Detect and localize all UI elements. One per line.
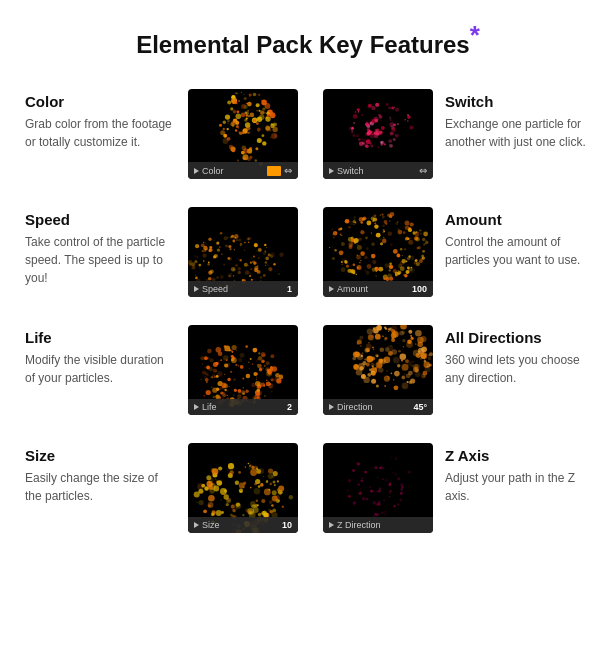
svg-point-1128 xyxy=(352,469,355,472)
svg-point-1066 xyxy=(382,478,384,480)
svg-point-706 xyxy=(257,389,261,393)
svg-point-60 xyxy=(255,147,258,150)
svg-point-117 xyxy=(267,114,270,117)
play-icon xyxy=(194,168,199,174)
svg-point-318 xyxy=(265,257,269,261)
svg-point-1087 xyxy=(400,483,403,486)
svg-point-570 xyxy=(240,365,244,369)
svg-point-841 xyxy=(374,328,377,331)
svg-point-738 xyxy=(234,391,235,392)
feature-desc-life: Modify the visible duration of your part… xyxy=(25,351,176,387)
svg-point-1032 xyxy=(206,475,211,480)
thumbnail-footer-life: Life2 xyxy=(188,399,298,415)
feature-size: SizeEasily change the size of the partic… xyxy=(20,443,308,561)
svg-point-196 xyxy=(368,104,372,108)
svg-point-756 xyxy=(398,350,401,353)
svg-point-1137 xyxy=(379,488,381,490)
svg-point-925 xyxy=(269,500,273,504)
svg-point-400 xyxy=(382,225,384,227)
svg-point-947 xyxy=(216,481,219,484)
svg-point-302 xyxy=(238,259,239,260)
svg-point-50 xyxy=(237,110,240,113)
svg-point-971 xyxy=(254,488,261,495)
svg-point-785 xyxy=(404,374,405,375)
svg-point-904 xyxy=(386,345,393,352)
svg-point-384 xyxy=(389,220,391,222)
svg-point-1080 xyxy=(401,489,403,491)
svg-point-58 xyxy=(262,141,266,145)
svg-point-689 xyxy=(256,360,258,362)
svg-point-544 xyxy=(341,242,345,246)
feature-desc-size: Easily change the size of the particles. xyxy=(25,469,176,505)
svg-point-500 xyxy=(401,259,405,263)
svg-point-861 xyxy=(373,349,375,351)
thumb-label-text-z-axis: Z Direction xyxy=(337,520,381,530)
svg-point-572 xyxy=(234,389,237,392)
svg-point-560 xyxy=(353,218,355,220)
svg-point-715 xyxy=(202,364,203,365)
svg-point-32 xyxy=(227,101,231,105)
svg-point-465 xyxy=(402,255,403,256)
svg-point-531 xyxy=(416,262,420,266)
svg-point-213 xyxy=(380,141,382,143)
svg-point-991 xyxy=(260,483,264,487)
thumbnail-footer-size: Size10 xyxy=(188,517,298,533)
svg-point-207 xyxy=(378,114,381,117)
svg-point-84 xyxy=(247,110,249,112)
svg-point-125 xyxy=(366,139,371,144)
svg-point-208 xyxy=(384,143,386,145)
svg-point-334 xyxy=(231,273,232,274)
svg-point-880 xyxy=(405,359,409,363)
svg-point-303 xyxy=(236,239,238,241)
svg-point-170 xyxy=(375,103,379,107)
svg-point-635 xyxy=(264,365,266,367)
svg-point-725 xyxy=(207,349,212,354)
svg-point-699 xyxy=(271,378,274,381)
svg-point-1095 xyxy=(374,466,377,469)
svg-point-843 xyxy=(357,339,362,344)
svg-point-647 xyxy=(224,350,225,351)
svg-point-854 xyxy=(410,335,412,337)
svg-point-462 xyxy=(395,222,398,225)
svg-point-336 xyxy=(240,259,242,261)
svg-point-727 xyxy=(240,353,245,358)
svg-point-477 xyxy=(383,237,384,238)
svg-point-74 xyxy=(236,125,239,128)
svg-point-728 xyxy=(216,375,219,378)
svg-point-434 xyxy=(422,250,425,253)
svg-point-413 xyxy=(393,249,398,254)
svg-point-310 xyxy=(238,267,241,270)
svg-point-233 xyxy=(279,253,283,257)
svg-point-101 xyxy=(248,115,251,118)
svg-point-514 xyxy=(332,229,333,230)
svg-point-1040 xyxy=(234,511,235,512)
svg-point-1053 xyxy=(211,513,214,516)
svg-point-107 xyxy=(242,132,244,134)
svg-point-766 xyxy=(371,363,375,367)
svg-point-829 xyxy=(402,382,409,389)
svg-point-592 xyxy=(230,371,232,373)
svg-point-478 xyxy=(351,264,352,265)
svg-point-883 xyxy=(393,357,400,364)
svg-point-758 xyxy=(402,339,405,342)
thumb-value-speed: 1 xyxy=(287,284,292,294)
svg-point-805 xyxy=(394,385,399,390)
svg-point-403 xyxy=(341,267,346,272)
svg-point-652 xyxy=(268,383,273,388)
svg-point-483 xyxy=(405,257,406,258)
svg-point-607 xyxy=(200,356,204,360)
svg-point-1102 xyxy=(377,477,378,478)
svg-point-495 xyxy=(345,263,346,264)
svg-point-180 xyxy=(371,106,375,110)
svg-point-237 xyxy=(244,263,248,267)
svg-point-1065 xyxy=(391,457,392,458)
svg-point-415 xyxy=(415,259,418,262)
svg-point-193 xyxy=(380,120,381,121)
svg-point-1013 xyxy=(220,488,227,495)
svg-point-855 xyxy=(429,363,432,366)
svg-point-62 xyxy=(262,108,265,111)
svg-point-182 xyxy=(404,119,406,121)
svg-point-856 xyxy=(384,376,390,382)
svg-point-271 xyxy=(208,238,211,241)
svg-point-501 xyxy=(332,252,334,254)
